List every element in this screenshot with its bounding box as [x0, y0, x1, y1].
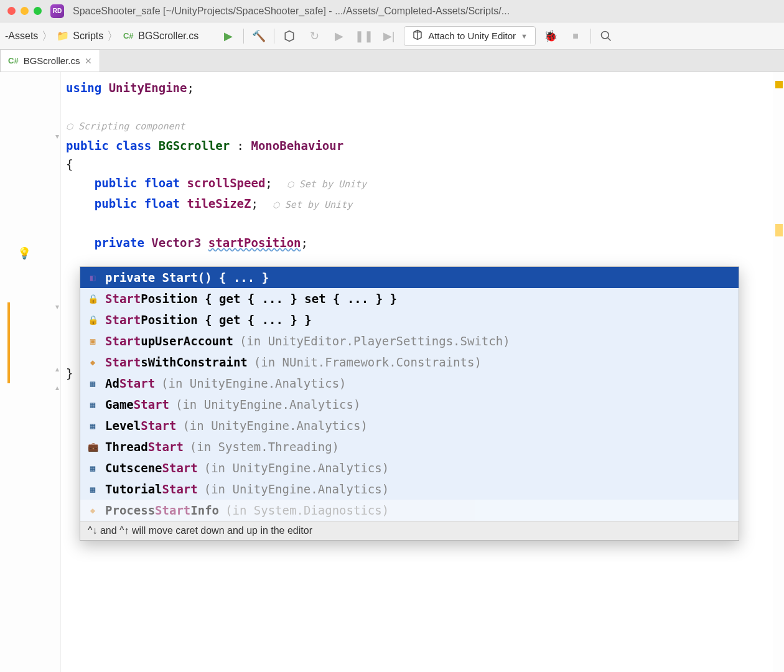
- unity-icon: [412, 29, 423, 43]
- tab-bar: C# BGScroller.cs ✕: [0, 50, 784, 72]
- marker-strip[interactable]: [773, 72, 784, 672]
- toolbar: -Assets 〉 📁 Scripts 〉 C# BGScroller.cs ▶…: [0, 22, 784, 50]
- completion-item[interactable]: ◆ProcessStartInfo (in System.Diagnostics…: [80, 500, 739, 521]
- unity-hint-icon: ⬡: [287, 180, 294, 189]
- completion-item[interactable]: ◆StartsWithConstraint (in NUnit.Framewor…: [80, 352, 739, 373]
- keyword-public: public: [95, 176, 138, 190]
- step-button[interactable]: ▶|: [379, 26, 399, 46]
- build-button[interactable]: 🔨: [249, 26, 269, 46]
- change-marker: [7, 302, 10, 383]
- editor-gutter[interactable]: 💡 ▾ ▾ ▴ ▴: [0, 72, 61, 672]
- breadcrumb-file[interactable]: BGScroller.cs: [138, 30, 198, 42]
- tab-label: BGScroller.cs: [24, 55, 80, 66]
- keyword-float: float: [144, 197, 180, 210]
- svg-line-1: [607, 37, 610, 40]
- stop-button[interactable]: ■: [566, 26, 586, 46]
- close-window-button[interactable]: [7, 7, 16, 15]
- class-name: BGScroller: [159, 139, 230, 152]
- field-scrollspeed: scrollSpeed: [187, 176, 266, 190]
- type-vector3: Vector3: [151, 236, 201, 250]
- unity-refresh-button[interactable]: [279, 26, 299, 46]
- chevron-right-icon: 〉: [107, 29, 118, 44]
- completion-item[interactable]: ▣StartupUserAccount (in UnityEditor.Play…: [80, 330, 739, 352]
- fold-toggle[interactable]: ▾: [55, 302, 59, 311]
- toolbar-separator: [590, 29, 591, 44]
- bug-icon: 🐞: [544, 29, 558, 43]
- folder-icon: 📁: [57, 30, 69, 42]
- keyword-class: class: [116, 139, 151, 152]
- unity-hint-icon: ⬡: [273, 200, 279, 210]
- minimize-window-button[interactable]: [21, 7, 29, 15]
- csharp-file-icon: C#: [122, 30, 134, 42]
- warning-marker[interactable]: [775, 81, 783, 88]
- field-startposition: startPosition: [208, 236, 301, 250]
- play-button[interactable]: ▶: [329, 26, 349, 46]
- svg-point-0: [601, 31, 609, 39]
- highlight-marker[interactable]: [775, 224, 783, 236]
- keyword-using: using: [66, 81, 101, 95]
- popup-footer: ^↓ and ^↑ will move caret down and up in…: [80, 521, 739, 540]
- breadcrumb-parent[interactable]: -Assets: [5, 30, 38, 42]
- completion-item[interactable]: 🔒StartPosition { get { ... } }: [80, 309, 739, 330]
- app-icon: RD: [50, 4, 64, 18]
- fold-toggle[interactable]: ▾: [55, 132, 59, 141]
- chevron-down-icon: ▼: [521, 32, 528, 40]
- attach-to-editor-dropdown[interactable]: Attach to Unity Editor ▼: [404, 26, 536, 46]
- keyword-private: private: [95, 236, 144, 250]
- close-icon[interactable]: ✕: [85, 56, 92, 66]
- window-title: SpaceShooter_safe [~/UnityProjects/Space…: [73, 6, 510, 17]
- search-button[interactable]: [596, 26, 616, 46]
- completion-item[interactable]: ◧private Start() { ... }: [80, 267, 739, 288]
- toolbar-separator: [243, 29, 244, 44]
- completion-item[interactable]: ▦AdStart (in UnityEngine.Analytics): [80, 373, 739, 394]
- keyword-public: public: [95, 197, 138, 210]
- completion-item[interactable]: ▦LevelStart (in UnityEngine.Analytics): [80, 415, 739, 436]
- completion-item[interactable]: ▦CutsceneStart (in UnityEngine.Analytics…: [80, 457, 739, 478]
- stop-icon: ■: [572, 30, 579, 42]
- code-completion-popup[interactable]: ◧private Start() { ... }🔒StartPosition {…: [80, 266, 739, 541]
- pause-button[interactable]: ❚❚: [354, 26, 374, 46]
- maximize-window-button[interactable]: [34, 7, 42, 15]
- code-hint: Set by Unity: [285, 199, 352, 210]
- lightbulb-icon[interactable]: 💡: [17, 246, 31, 260]
- unity-hint-icon: ⬡: [66, 122, 73, 131]
- tab-bgscroller[interactable]: C# BGScroller.cs ✕: [0, 49, 100, 72]
- toolbar-separator: [274, 29, 274, 44]
- chevron-right-icon: 〉: [42, 29, 53, 44]
- completion-item[interactable]: ▦TutorialStart (in UnityEngine.Analytics…: [80, 478, 739, 500]
- debug-button[interactable]: 🐞: [541, 26, 561, 46]
- keyword-public: public: [66, 139, 109, 152]
- run-button[interactable]: ▶: [218, 26, 238, 46]
- field-tilesizez: tileSizeZ: [187, 197, 251, 210]
- titlebar: RD SpaceShooter_safe [~/UnityProjects/Sp…: [0, 0, 784, 22]
- type-unityengine: UnityEngine: [109, 81, 187, 95]
- completion-item[interactable]: 🔒StartPosition { get { ... } set { ... }…: [80, 288, 739, 309]
- csharp-file-icon: C#: [8, 56, 19, 65]
- breadcrumb[interactable]: -Assets 〉 📁 Scripts 〉 C# BGScroller.cs: [5, 29, 198, 44]
- code-hint: Set by Unity: [299, 179, 366, 190]
- completion-item[interactable]: ▦GameStart (in UnityEngine.Analytics): [80, 394, 739, 415]
- breadcrumb-folder[interactable]: Scripts: [73, 30, 103, 42]
- type-monobehaviour: MonoBehaviour: [251, 139, 343, 152]
- reload-button[interactable]: ↻: [304, 26, 324, 46]
- attach-label: Attach to Unity Editor: [428, 30, 516, 41]
- code-hint: Scripting component: [78, 121, 185, 132]
- completion-item[interactable]: 💼ThreadStart (in System.Threading): [80, 436, 739, 457]
- window-controls: [7, 7, 42, 15]
- fold-toggle[interactable]: ▴: [55, 365, 59, 373]
- keyword-float: float: [144, 176, 180, 190]
- fold-toggle[interactable]: ▴: [55, 383, 59, 392]
